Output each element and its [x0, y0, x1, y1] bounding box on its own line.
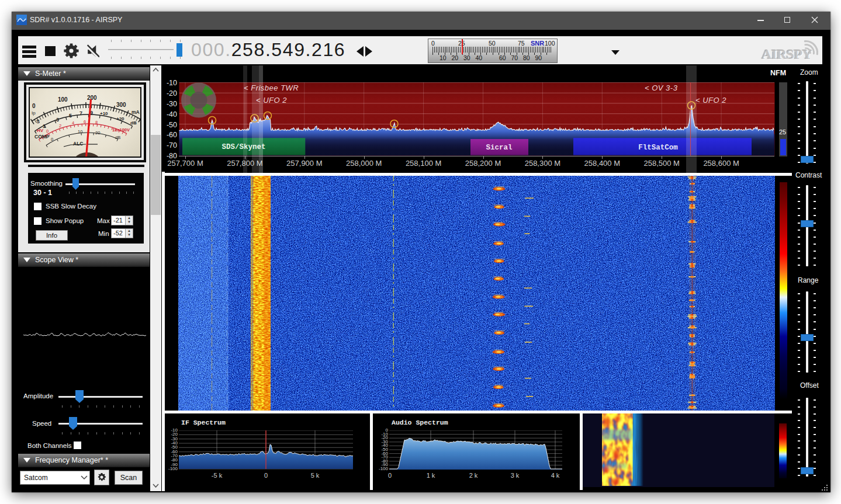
svg-text:COMP: COMP	[34, 134, 50, 140]
svg-text:0: 0	[51, 137, 53, 142]
svg-text:Ip: Ip	[32, 110, 36, 116]
svg-text:HV: HV	[37, 128, 44, 133]
svg-text:mA: mA	[131, 109, 140, 115]
svg-text:+20: +20	[116, 116, 124, 121]
svg-text:7: 7	[79, 110, 82, 116]
svg-text:10x100V: 10x100V	[112, 127, 130, 133]
svg-text:200: 200	[87, 95, 97, 101]
svg-text:4: 4	[72, 120, 74, 126]
svg-text:6: 6	[84, 119, 86, 124]
svg-text:dB: dB	[130, 120, 137, 126]
svg-text:S: S	[36, 119, 40, 124]
svg-text:3: 3	[56, 117, 59, 123]
svg-text:0: 0	[32, 103, 36, 109]
svg-text:300: 300	[116, 102, 126, 108]
svg-text:ALC: ALC	[73, 141, 83, 147]
svg-text:100: 100	[58, 96, 68, 103]
svg-text:FltSatCom: FltSatCom	[638, 144, 678, 152]
svg-text:Sicral: Sicral	[486, 144, 512, 152]
svg-text:8: 8	[95, 120, 98, 125]
svg-text:2: 2	[59, 123, 61, 128]
svg-text:20: 20	[95, 130, 100, 135]
svg-text:0: 0	[46, 128, 49, 134]
svg-text:dB: dB	[115, 135, 120, 140]
svg-text:5: 5	[69, 113, 72, 119]
svg-text:+10: +10	[100, 111, 108, 116]
svg-text:10: 10	[78, 129, 82, 134]
